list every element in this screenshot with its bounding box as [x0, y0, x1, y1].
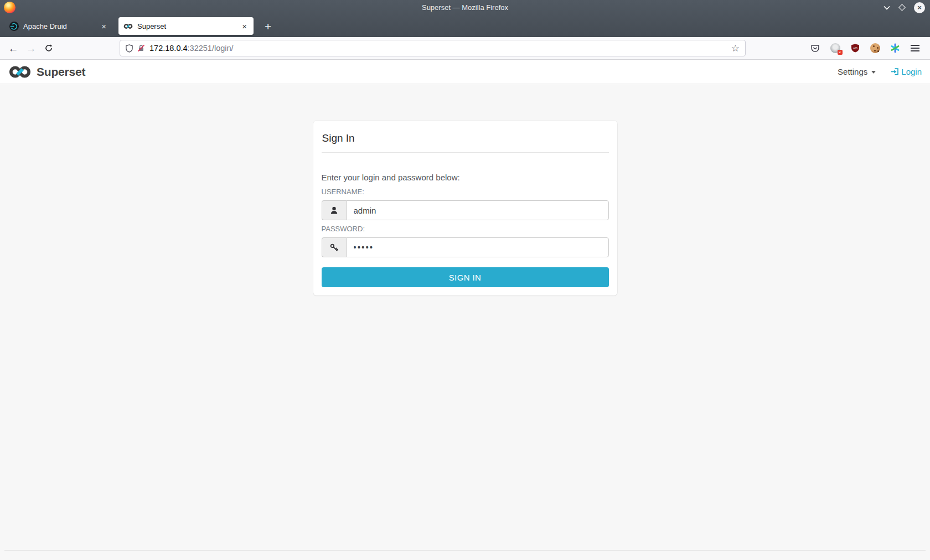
sign-in-icon: [891, 68, 899, 76]
tab-bar: Apache Druid × Superset × +: [0, 15, 930, 37]
page-content: Sign In Enter your login and password be…: [0, 84, 930, 560]
url-host: 172.18.0.4: [149, 44, 188, 53]
superset-brand[interactable]: Superset: [8, 65, 85, 79]
shield-icon[interactable]: [126, 44, 133, 53]
superset-navbar: Superset Settings Login: [0, 60, 930, 84]
url-path: :32251/login/: [188, 44, 234, 53]
minimize-icon[interactable]: [884, 6, 890, 10]
maximize-icon[interactable]: [900, 5, 905, 10]
instruction-text: Enter your login and password below:: [322, 173, 609, 182]
url-text: 172.18.0.4:32251/login/: [149, 44, 234, 53]
error-badge: [838, 50, 843, 55]
navigation-toolbar: ← → 172.18.0.4:32251/login/ ☆: [0, 37, 930, 60]
extension-disabled-icon[interactable]: [828, 41, 843, 56]
key-icon: [322, 237, 347, 257]
url-bar[interactable]: 172.18.0.4:32251/login/ ☆: [120, 40, 746, 56]
firefox-logo-icon: [4, 2, 16, 13]
card-title: Sign In: [322, 129, 609, 153]
password-input[interactable]: [347, 237, 609, 257]
tab-label: Superset: [137, 22, 240, 30]
svg-text:uO: uO: [852, 46, 857, 50]
chevron-down-icon: [871, 71, 876, 74]
new-tab-button[interactable]: +: [261, 20, 275, 32]
menu-icon[interactable]: [907, 41, 922, 56]
tab-apache-druid[interactable]: Apache Druid ×: [4, 17, 113, 35]
window-title: Superset — Mozilla Firefox: [422, 3, 508, 12]
druid-icon: [9, 22, 19, 31]
sign-in-button[interactable]: SIGN IN: [322, 267, 609, 287]
back-button[interactable]: ←: [4, 43, 22, 54]
close-window-icon[interactable]: ×: [914, 2, 925, 13]
asterisk-extension-icon[interactable]: [887, 41, 902, 56]
tab-superset[interactable]: Superset ×: [118, 17, 254, 35]
close-tab-icon[interactable]: ×: [100, 22, 108, 30]
forward-button[interactable]: →: [22, 43, 40, 54]
ublock-origin-icon[interactable]: uO: [848, 41, 862, 56]
username-label: USERNAME:: [322, 188, 609, 196]
pocket-icon[interactable]: [808, 41, 823, 56]
bookmark-star-icon[interactable]: ☆: [731, 44, 740, 53]
insecure-lock-icon[interactable]: [137, 44, 145, 52]
reload-icon[interactable]: [40, 44, 58, 53]
username-input-group: [322, 200, 609, 220]
superset-logo-icon: [8, 65, 32, 79]
close-tab-icon[interactable]: ×: [240, 22, 249, 30]
brand-name: Superset: [37, 65, 85, 79]
user-icon: [322, 200, 347, 220]
sign-in-card: Sign In Enter your login and password be…: [313, 121, 617, 295]
tab-label: Apache Druid: [23, 22, 100, 30]
browser-chrome: Superset — Mozilla Firefox × Apache Drui…: [0, 0, 930, 37]
login-label: Login: [901, 67, 922, 76]
password-label: PASSWORD:: [322, 225, 609, 233]
superset-icon: [123, 22, 133, 31]
login-link[interactable]: Login: [891, 67, 922, 76]
footer-divider: [4, 550, 926, 551]
window-titlebar: Superset — Mozilla Firefox ×: [0, 0, 930, 15]
cookie-extension-icon[interactable]: [867, 41, 882, 56]
settings-menu[interactable]: Settings: [838, 67, 876, 76]
username-input[interactable]: [347, 200, 609, 220]
settings-label: Settings: [838, 67, 867, 76]
password-input-group: [322, 237, 609, 257]
